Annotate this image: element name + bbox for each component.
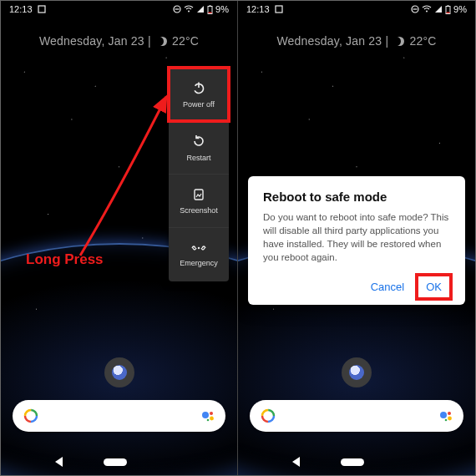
assistant-icon[interactable] [438,408,453,423]
battery-icon [207,5,213,14]
app-shortcut[interactable] [104,357,134,387]
power-off-label: Power off [183,100,215,109]
restart-label: Restart [186,154,210,162]
signal-icon [196,5,205,13]
wifi-icon [184,5,194,13]
svg-point-22 [426,11,428,13]
svg-point-30 [440,412,447,418]
svg-rect-19 [276,6,282,13]
google-logo-icon [260,408,276,424]
cancel-button[interactable]: Cancel [362,276,413,298]
screenshot-button[interactable]: Screenshot [169,175,229,228]
battery-icon [445,5,451,14]
divider: | [385,34,392,48]
temp-text: 22°C [172,34,199,48]
date-text: Wednesday, Jan 23 [276,34,382,48]
annotation-long-press: Long Press [26,251,104,268]
assistant-icon[interactable] [200,408,215,423]
divider: | [148,34,154,48]
power-off-button[interactable]: Power off [169,68,229,121]
restart-button[interactable]: Restart [169,121,229,175]
temp-text: 22°C [409,34,436,48]
svg-point-32 [448,417,452,421]
moon-icon [158,37,167,46]
svg-point-16 [210,412,213,415]
emergency-button[interactable]: Emergency [169,228,229,281]
svg-rect-9 [195,190,203,200]
screenshot-notif-icon [275,5,283,13]
emergency-icon [190,242,207,254]
date-weather[interactable]: Wednesday, Jan 23 | 22°C [1,34,237,48]
nav-home-button[interactable] [341,458,364,466]
svg-point-10 [198,247,200,249]
dnd-icon [411,5,419,13]
battery-percent: 9% [215,4,229,14]
svg-rect-24 [448,5,449,6]
status-time: 12:13 [9,4,33,14]
battery-percent: 9% [453,4,467,14]
power-menu: Power off Restart Screenshot Emergency [169,68,229,281]
status-time: 12:13 [246,4,270,14]
google-search-bar[interactable] [13,400,225,432]
restart-icon [191,134,206,149]
svg-point-3 [188,11,190,13]
nav-home-button[interactable] [104,458,127,466]
dialog-title: Reboot to safe mode [263,190,450,204]
ok-button[interactable]: OK [418,276,450,298]
screenshot-label: Screenshot [180,206,218,215]
emergency-label: Emergency [180,259,218,267]
date-weather[interactable]: Wednesday, Jan 23 | 22°C [238,34,475,48]
svg-point-18 [207,419,210,422]
svg-point-31 [448,412,451,415]
svg-rect-5 [210,5,211,6]
phone-screenshot-right: 12:13 9% Wednesday, Jan 23 | 22°C Reboot… [238,1,475,475]
navigation-bar [238,457,475,467]
app-shortcut[interactable] [342,357,372,387]
dialog-body: Do you want to reboot into safe mode? Th… [263,210,450,264]
status-bar: 12:13 9% [1,1,237,14]
navigation-bar [1,457,237,467]
signal-icon [434,5,443,13]
date-text: Wednesday, Jan 23 [39,34,144,48]
screenshot-icon [192,188,205,201]
screenshot-notif-icon [38,5,46,13]
nav-back-button[interactable] [292,457,300,467]
status-bar: 12:13 9% [238,1,475,14]
nav-back-button[interactable] [55,457,63,467]
safe-mode-dialog: Reboot to safe mode Do you want to reboo… [248,176,465,305]
svg-rect-0 [38,6,45,13]
dialog-actions: Cancel OK [263,276,450,298]
svg-point-15 [202,412,209,418]
svg-rect-6 [209,12,212,13]
google-search-bar[interactable] [250,400,463,432]
svg-point-17 [210,417,214,421]
phone-screenshot-left: 12:13 9% Wednesday, Jan 23 | 22°C [1,1,238,475]
power-icon [191,80,206,95]
wifi-icon [422,5,432,13]
dnd-icon [173,5,181,13]
moon-icon [395,37,404,46]
svg-rect-25 [447,12,450,13]
svg-point-33 [445,419,448,422]
google-logo-icon [23,408,39,424]
